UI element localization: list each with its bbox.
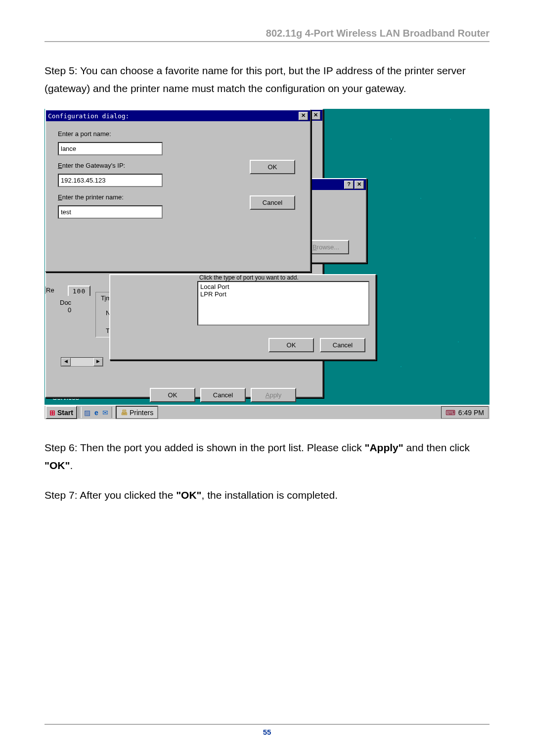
taskbar-app-printers[interactable]: 🖶 Printers: [116, 406, 158, 419]
start-button[interactable]: ⊞ Start: [45, 406, 77, 419]
cancel-button[interactable]: Cancel: [320, 338, 365, 352]
footer-divider: [44, 724, 490, 725]
cancel-button[interactable]: Cancel: [250, 195, 295, 210]
printer-icon: 🖶: [121, 409, 128, 417]
gateway-ip-label: Enter the Gateway's IP:: [58, 162, 125, 169]
port-name-label: Enter a port name:: [58, 130, 111, 138]
close-icon[interactable]: ✕: [311, 111, 320, 120]
tab-100[interactable]: 100: [68, 285, 90, 296]
apply-button[interactable]: Apply: [251, 388, 296, 402]
printer-name-label: Enter the printer name:: [58, 193, 124, 201]
config-titlebar[interactable]: Configuration dialog: ✕: [46, 110, 310, 121]
taskbar-divider: [111, 407, 114, 418]
doc-label: Doc0: [60, 299, 71, 314]
ok-button[interactable]: OK: [268, 338, 314, 352]
scroll-left-icon[interactable]: ◀: [61, 358, 71, 366]
ok-button[interactable]: OK: [150, 388, 195, 402]
list-item[interactable]: Local Port: [199, 283, 367, 290]
printer-name-input[interactable]: test: [58, 205, 163, 219]
windows-logo-icon: ⊞: [49, 409, 55, 417]
list-item[interactable]: LPR Port: [199, 290, 367, 298]
show-desktop-icon[interactable]: ▨: [83, 408, 92, 417]
step7-text: Step 7: After you clicked the "OK", the …: [44, 486, 490, 504]
page-number: 55: [44, 728, 490, 736]
cancel-button[interactable]: Cancel: [200, 388, 246, 402]
ie-icon[interactable]: e: [92, 408, 101, 417]
ok-button[interactable]: OK: [250, 160, 295, 174]
page-header-title: 802.11g 4-Port Wireless LAN Broadband Ro…: [44, 28, 490, 41]
header-divider: [44, 41, 490, 42]
taskbar-clock: 6:49 PM: [458, 409, 484, 417]
close-icon[interactable]: ✕: [355, 181, 364, 189]
scroll-right-icon[interactable]: ▶: [93, 358, 103, 366]
close-icon[interactable]: ✕: [299, 112, 308, 120]
step6-text: Step 6: Then the port you added is shown…: [44, 439, 490, 474]
step5-text: Step 5: You can choose a favorite name f…: [44, 62, 490, 97]
taskbar-divider: [79, 407, 82, 418]
port-type-dialog: Click the type of port you want to add. …: [109, 274, 376, 360]
screenshot-region: ? ✕ Re 100 Doc0 Timeout s Not sel: [44, 109, 490, 419]
system-tray: ⌨ 6:49 PM: [441, 406, 489, 419]
config-title: Configuration dialog:: [48, 112, 129, 120]
gateway-ip-input[interactable]: 192.163.45.123: [58, 174, 163, 187]
help-icon[interactable]: ?: [344, 181, 354, 189]
tray-keyboard-icon[interactable]: ⌨: [445, 409, 455, 417]
taskbar: ⊞ Start ▨ e ✉ 🖶 Printers ⌨ 6:49 PM: [44, 405, 490, 419]
port-name-input[interactable]: lance: [58, 142, 163, 155]
retry-fragment: Re: [45, 286, 55, 294]
port-type-list[interactable]: Local Port LPR Port: [197, 281, 369, 326]
outlook-icon[interactable]: ✉: [101, 408, 110, 417]
configuration-dialog: Configuration dialog: ✕ Enter a port nam…: [45, 109, 311, 272]
